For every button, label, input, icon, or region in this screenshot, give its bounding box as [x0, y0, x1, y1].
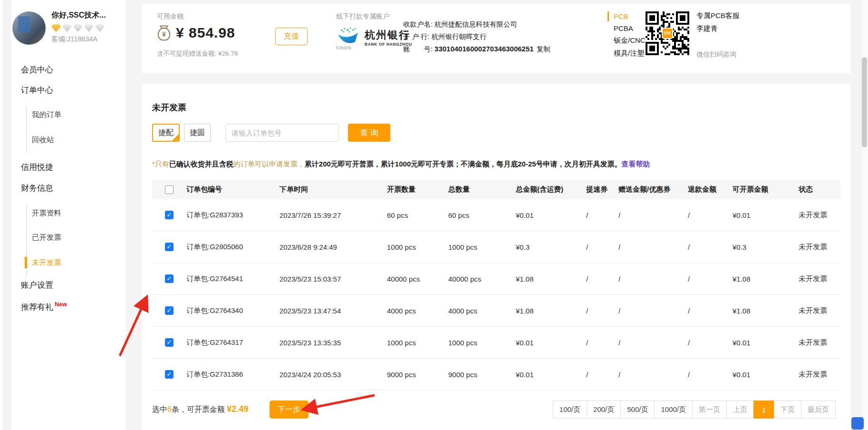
cell-total-qty: 4000 pcs	[447, 307, 515, 315]
row-checkbox[interactable]	[165, 211, 174, 219]
cell-gift-coupon: /	[617, 307, 687, 315]
order-package-search-input[interactable]	[225, 124, 339, 142]
notice-seg3: 的订单可以申请发票，	[233, 160, 305, 168]
copy-account-link[interactable]: 复制	[537, 45, 550, 53]
table-header-row: 订单包编号 下单时间 开票数量 总数量 总金额(含运费) 提速券 赠送金额/优惠…	[152, 180, 840, 199]
bank-of-hangzhou-logo-icon	[336, 26, 361, 45]
service-agent-name: 李建青	[696, 24, 740, 33]
new-badge: New	[55, 301, 67, 308]
uninvoiced-panel: 未开发票 捷配 捷圆 查 询 *只有已确认收货并且含税的订单可以申请发票，累计2…	[142, 84, 851, 430]
row-checkbox[interactable]	[165, 370, 174, 379]
sidebar-item-finance-info[interactable]: 财务信息	[21, 183, 53, 194]
page-size-500[interactable]: 500/页	[620, 401, 655, 419]
cell-package: 订单包:G2764317	[185, 338, 279, 347]
nav-indent-guide	[26, 106, 27, 153]
row-checkbox[interactable]	[165, 306, 174, 315]
sidebar-item-account-settings[interactable]: 账户设置	[21, 280, 53, 291]
page-title: 未开发票	[152, 102, 186, 113]
prev-page-button[interactable]: 上页	[726, 401, 754, 419]
sidebar-item-uninvoiced[interactable]: 未开发票	[32, 258, 61, 268]
selection-summary: 选中6条，可开票金额 ¥2.49	[152, 404, 248, 415]
sidebar-item-my-orders[interactable]: 我的订单	[32, 110, 61, 120]
sidebar-item-recycle-bin[interactable]: 回收站	[32, 135, 54, 145]
cell-invoiceable: ¥1.08	[732, 275, 798, 283]
tab-jiyuan[interactable]: 捷圆	[184, 124, 211, 142]
active-item-indicator	[25, 257, 27, 268]
hzbank-caption: hzbank	[336, 45, 361, 50]
row-checkbox[interactable]	[165, 243, 174, 251]
cell-total-amount: ¥0.01	[515, 371, 585, 379]
cell-invoiceable: ¥0.01	[732, 371, 798, 379]
wechat-scan-note: 微信扫码咨询	[696, 50, 740, 59]
cell-gift-coupon: /	[617, 275, 687, 283]
selection-suffix: 条，可开票金额	[172, 405, 227, 413]
user-profile: 你好,SSC技术... 客编:J118634A	[12, 10, 122, 44]
cell-speed-coupon: /	[585, 211, 617, 219]
notice-seg4: 累计200元即可开普票，累计1000元即可开专票；不满金额，每月底20-25号申…	[305, 160, 622, 168]
wechat-qr-code: 捷配	[646, 11, 689, 55]
diamond-silver-icon	[62, 24, 72, 32]
sidebar-item-order-center[interactable]: 订单中心	[21, 85, 53, 96]
scrollbar-thumb[interactable]	[862, 57, 867, 147]
cell-refund: /	[687, 371, 732, 379]
cell-total-qty: 1000 pcs	[447, 339, 515, 347]
svg-text:¥: ¥	[162, 30, 166, 38]
balance-label: 可用余额	[157, 12, 183, 21]
customer-id: 客编:J118634A	[51, 35, 122, 44]
col-order-time: 下单时间	[279, 185, 386, 194]
sidebar-item-invoiced[interactable]: 已开发票	[32, 233, 61, 243]
cell-speed-coupon: /	[585, 243, 617, 251]
table-row: 订单包:G2764317 2023/5/23 13:35:35 1000 pcs…	[152, 327, 840, 359]
view-help-link[interactable]: 查看帮助	[622, 160, 650, 168]
first-page-button[interactable]: 第一页	[692, 401, 727, 419]
cell-gift-coupon: /	[617, 371, 687, 379]
service-tab-sheetmetal-cnc[interactable]: 钣金/CNC	[608, 35, 646, 46]
payee-label: 收款户名:	[403, 20, 433, 28]
diamond-silver-icon	[84, 24, 94, 32]
current-page-1[interactable]: 1	[753, 401, 774, 419]
tab-jiepei-label: 捷配	[158, 128, 174, 138]
cell-invoice-qty: 1000 pcs	[386, 339, 447, 347]
cell-invoice-qty: 40000 pcs	[386, 275, 447, 283]
floating-widget[interactable]	[851, 417, 864, 430]
tab-jiepei[interactable]: 捷配	[152, 124, 180, 142]
sidebar-item-credit[interactable]: 信用悦捷	[21, 162, 53, 173]
last-page-button[interactable]: 最后页	[801, 401, 836, 419]
service-tab-pcba[interactable]: PCBA	[608, 23, 646, 33]
cell-speed-coupon: /	[585, 339, 617, 347]
cell-refund: /	[687, 211, 732, 219]
row-checkbox[interactable]	[165, 274, 174, 283]
col-status: 状态	[798, 185, 840, 194]
table-row: 订单包:G2764541 2023/5/23 15:03:57 40000 pc…	[152, 263, 840, 295]
page-size-200[interactable]: 200/页	[587, 401, 621, 419]
cell-total-amount: ¥0.3	[515, 243, 585, 251]
notice-seg2: 已确认收货并且含税	[169, 160, 233, 168]
sidebar: 你好,SSC技术... 客编:J118634A 会员中心 订单中心 我的订单 回…	[0, 0, 125, 430]
sidebar-item-referral[interactable]: 推荐有礼New	[21, 302, 67, 313]
customer-service-contact: 专属PCB客服 李建青 微信扫码咨询	[696, 11, 740, 59]
cell-order-time: 2023/5/23 15:03:57	[279, 275, 386, 283]
selected-count: 6	[167, 405, 172, 413]
recharge-button[interactable]: 充值	[275, 28, 308, 45]
bank-block: 线下打款专属账户 hzbank 杭州银行 BANK OF HANGZHOU	[336, 12, 412, 50]
next-page-button[interactable]: 下页	[774, 401, 801, 419]
page-size-1000[interactable]: 1000/页	[654, 401, 693, 419]
cell-total-amount: ¥0.01	[515, 211, 585, 219]
cell-status: 未开发票	[798, 243, 840, 252]
row-checkbox[interactable]	[165, 338, 174, 347]
cell-invoice-qty: 4000 pcs	[386, 307, 447, 315]
next-step-button[interactable]: 下一步	[270, 401, 309, 419]
selection-prefix: 选中	[152, 405, 167, 413]
tab-jiyuan-label: 捷圆	[190, 128, 205, 138]
service-tab-pcb[interactable]: PCB	[608, 11, 646, 21]
membership-level-diamonds	[51, 24, 122, 32]
cell-total-amount: ¥0.01	[515, 339, 585, 347]
query-button[interactable]: 查 询	[348, 124, 390, 142]
select-all-checkbox[interactable]	[165, 186, 174, 194]
sidebar-item-invoice-profile[interactable]: 开票资料	[32, 208, 61, 218]
avatar[interactable]	[12, 11, 46, 45]
service-tab-mold-injection[interactable]: 模具/注塑	[608, 48, 646, 59]
sidebar-item-member-center[interactable]: 会员中心	[21, 64, 53, 75]
page-size-100[interactable]: 100/页	[553, 401, 587, 419]
page-scrollbar[interactable]	[861, 0, 868, 430]
